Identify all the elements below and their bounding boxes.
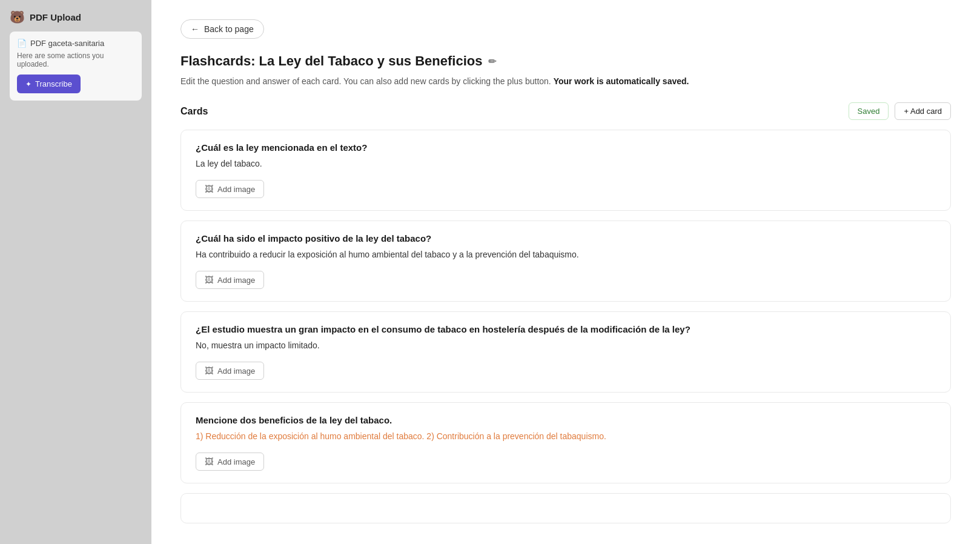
cards-header: Cards Saved + Add card bbox=[180, 102, 951, 120]
flashcard-1-answer: La ley del tabaco. bbox=[196, 158, 936, 170]
header-actions: Saved + Add card bbox=[849, 102, 951, 120]
sidebar-title: 🐻 PDF Upload bbox=[10, 10, 142, 24]
file-icon: 📄 bbox=[17, 39, 27, 48]
add-image-label-3: Add image bbox=[217, 367, 255, 376]
subtitle-text: Edit the question and answer of each car… bbox=[180, 76, 551, 86]
saved-badge: Saved bbox=[849, 102, 889, 120]
add-image-button-1[interactable]: 🖼 Add image bbox=[196, 180, 264, 198]
main-content: ← Back to page Flashcards: La Ley del Ta… bbox=[151, 0, 980, 544]
edit-icon[interactable]: ✏ bbox=[488, 56, 496, 67]
subtitle: Edit the question and answer of each car… bbox=[180, 75, 951, 88]
page-title: Flashcards: La Ley del Tabaco y sus Bene… bbox=[180, 53, 951, 69]
flashcard-1: ¿Cuál es la ley mencionada en el texto? … bbox=[180, 130, 951, 211]
flashcard-2: ¿Cuál ha sido el impacto positivo de la … bbox=[180, 221, 951, 302]
bear-emoji: 🐻 bbox=[10, 10, 25, 24]
flashcard-3-question: ¿El estudio muestra un gran impacto en e… bbox=[196, 324, 936, 334]
add-image-label-1: Add image bbox=[217, 185, 255, 194]
sidebar: 🐻 PDF Upload 📄 PDF gaceta-sanitaria Here… bbox=[0, 0, 151, 544]
add-image-button-3[interactable]: 🖼 Add image bbox=[196, 362, 264, 380]
add-card-button[interactable]: + Add card bbox=[895, 102, 951, 120]
flashcard-4: Mencione dos beneficios de la ley del ta… bbox=[180, 402, 951, 483]
arrow-left-icon: ← bbox=[191, 24, 199, 34]
back-button-label: Back to page bbox=[204, 24, 254, 34]
add-image-label-2: Add image bbox=[217, 276, 255, 285]
page-title-text: Flashcards: La Ley del Tabaco y sus Bene… bbox=[180, 53, 482, 69]
flashcard-4-question: Mencione dos beneficios de la ley del ta… bbox=[196, 415, 936, 425]
back-to-page-button[interactable]: ← Back to page bbox=[180, 19, 264, 39]
flashcard-partial bbox=[180, 493, 951, 523]
image-icon-3: 🖼 bbox=[205, 366, 213, 376]
flashcard-2-answer: Ha contribuido a reducir la exposición a… bbox=[196, 248, 936, 261]
flashcard-4-answer: 1) Reducción de la exposición al humo am… bbox=[196, 430, 936, 443]
transcribe-button[interactable]: ✦ Transcribe bbox=[17, 75, 81, 93]
add-image-label-4: Add image bbox=[217, 457, 255, 466]
image-icon-2: 🖼 bbox=[205, 275, 213, 285]
app-title: PDF Upload bbox=[30, 12, 81, 22]
sidebar-filename: 📄 PDF gaceta-sanitaria bbox=[17, 39, 134, 48]
image-icon-4: 🖼 bbox=[205, 457, 213, 466]
sparkle-icon: ✦ bbox=[25, 80, 31, 88]
flashcard-1-question: ¿Cuál es la ley mencionada en el texto? bbox=[196, 142, 936, 153]
flashcard-2-question: ¿Cuál ha sido el impacto positivo de la … bbox=[196, 233, 936, 244]
transcribe-label: Transcribe bbox=[35, 79, 72, 88]
image-icon-1: 🖼 bbox=[205, 184, 213, 194]
flashcard-3-answer: No, muestra un impacto limitado. bbox=[196, 339, 936, 352]
add-image-button-4[interactable]: 🖼 Add image bbox=[196, 453, 264, 471]
cards-label: Cards bbox=[180, 106, 208, 117]
sidebar-card: 📄 PDF gaceta-sanitaria Here are some act… bbox=[10, 32, 142, 101]
flashcard-3: ¿El estudio muestra un gran impacto en e… bbox=[180, 311, 951, 393]
add-image-button-2[interactable]: 🖼 Add image bbox=[196, 271, 264, 289]
sidebar-description: Here are some actions you uploaded. bbox=[17, 51, 134, 68]
auto-save-notice: Your work is automatically saved. bbox=[554, 76, 689, 86]
